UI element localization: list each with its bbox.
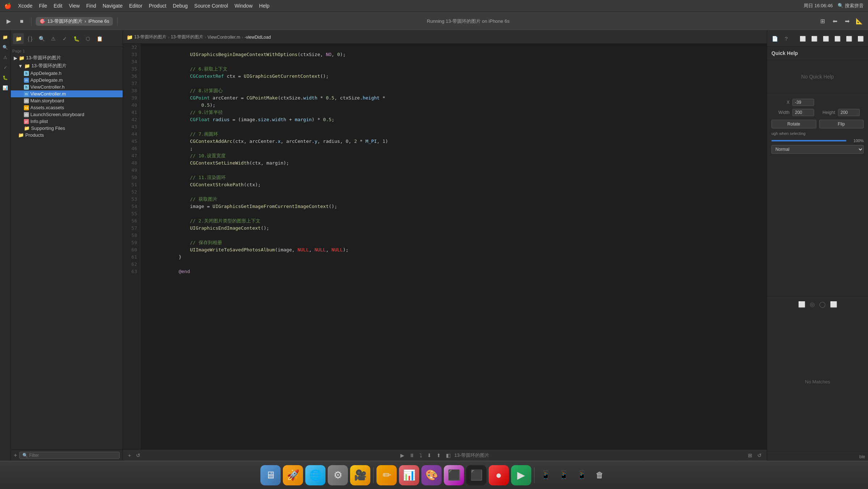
sidebar-tab-reports[interactable]: 📋 [94, 33, 105, 44]
dock-sketch[interactable]: ✏ [376, 465, 397, 485]
dock-finder[interactable]: 🖥 [260, 465, 281, 485]
dock-item-sm-4[interactable]: 🗑 [592, 467, 608, 483]
step-over-btn[interactable]: ⤵ [418, 452, 424, 459]
rotate-btn[interactable]: Rotate [771, 120, 816, 128]
toolbar-layout-btn[interactable]: ⊞ [817, 16, 827, 26]
dock-app2[interactable]: ⬛ [444, 465, 464, 485]
right-inspector-5[interactable]: ⬜ [843, 33, 854, 44]
nav-icon-folder[interactable]: 📁 [1, 33, 10, 42]
sidebar-tab-symbols[interactable]: { } [25, 33, 35, 44]
flip-btn[interactable]: Flip [819, 120, 864, 128]
menu-window[interactable]: Window [234, 3, 252, 9]
tree-item-appdelegate-h[interactable]: h AppDelegate.h [11, 70, 123, 77]
menu-find[interactable]: Find [86, 3, 96, 9]
tree-item-assets[interactable]: xa Assets.xcassets [11, 104, 123, 111]
sidebar-filter-input[interactable] [19, 452, 120, 459]
refresh-editor-btn[interactable]: ↺ [756, 452, 763, 459]
right-inspector-4[interactable]: ⬜ [832, 33, 843, 44]
right-inspector-1[interactable]: ⬜ [797, 33, 808, 44]
right-inspector-3[interactable]: ⬜ [820, 33, 831, 44]
tree-item-products[interactable]: 📁 Products [11, 132, 123, 139]
view-memory-btn[interactable]: ◧ [444, 452, 452, 459]
breadcrumb-file[interactable]: ViewController.m [208, 35, 240, 40]
add-file-btn[interactable]: + [127, 452, 132, 459]
dock-app4[interactable]: ▶ [511, 465, 531, 485]
apple-menu[interactable]: 🍎 [4, 3, 12, 9]
tree-item-appdelegate-m[interactable]: m AppDelegate.m [11, 77, 123, 84]
tree-item-launchscreen[interactable]: sb LaunchScreen.storyboard [11, 111, 123, 118]
sidebar-tab-find[interactable]: 🔍 [36, 33, 47, 44]
dock-app1[interactable]: 🎨 [421, 465, 442, 485]
dock-keynote[interactable]: 📊 [399, 465, 419, 485]
nav-icon-debug[interactable]: 🐛 [1, 73, 10, 82]
right-tab-file[interactable]: 📄 [769, 33, 780, 44]
tree-item-supporting[interactable]: 📁 Supporting Files [11, 125, 123, 132]
breadcrumb-group[interactable]: 13-带圆环的图片 [171, 34, 203, 40]
pause-btn[interactable]: ⏸ [408, 452, 416, 459]
tree-item-viewcontroller-h[interactable]: h ViewController.h [11, 84, 123, 90]
sidebar-tab-debug[interactable]: 🐛 [71, 33, 82, 44]
dock-preferences[interactable]: ⚙ [328, 465, 348, 485]
nav-icon-search[interactable]: 🔍 [1, 43, 10, 52]
toolbar-inspector-toggle[interactable]: 📐 [854, 16, 864, 26]
dock-launchpad[interactable]: 🚀 [283, 465, 303, 485]
menu-navigate[interactable]: Navigate [103, 3, 123, 9]
rb-icon-3[interactable]: ◯ [819, 301, 826, 308]
dock-item-sm-1[interactable]: 📱 [537, 467, 553, 483]
toolbar-fwd-btn[interactable]: ➡ [842, 16, 852, 26]
menu-view[interactable]: View [69, 3, 80, 9]
normal-dropdown[interactable]: Normal [771, 145, 864, 154]
step-out-btn[interactable]: ⬆ [435, 452, 442, 459]
menubar-search[interactable]: 🔍 搜索拼音 [838, 3, 864, 9]
code-view[interactable]: 3233343536 3738394041 4243444546 4748495… [123, 44, 767, 449]
breadcrumb-method[interactable]: -viewDidLoad [244, 35, 271, 40]
dock-app3[interactable]: ● [489, 465, 509, 485]
nav-icon-warning[interactable]: ⚠ [1, 53, 10, 62]
layout-toggle-btn[interactable]: ⊞ [746, 452, 754, 459]
dock-item-sm-3[interactable]: 📱 [574, 467, 590, 483]
toolbar-run-btn[interactable]: ▶ [4, 16, 14, 26]
dock-item-sm-2[interactable]: 📱 [556, 467, 571, 483]
menu-editor[interactable]: Editor [129, 3, 142, 9]
breadcrumb-project[interactable]: 13-带圆环的图片 [134, 34, 166, 40]
menu-edit[interactable]: Edit [54, 3, 62, 9]
menu-xcode[interactable]: Xcode [18, 3, 33, 9]
sidebar-add-btn[interactable]: + [14, 452, 17, 459]
nav-icon-test[interactable]: ✓ [1, 63, 10, 72]
right-inspector-2[interactable]: ⬜ [809, 33, 820, 44]
toolbar-scheme[interactable]: 🎯 13-带圆环的图片 › iPhone 6s [36, 17, 113, 26]
rb-icon-2[interactable]: ◎ [810, 301, 815, 308]
tree-item-info-plist[interactable]: pl Info.plist [11, 118, 123, 125]
refresh-btn[interactable]: ↺ [135, 452, 142, 459]
dock-safari[interactable]: 🌐 [305, 465, 326, 485]
tree-item-main-storyboard[interactable]: sb Main.storyboard [11, 97, 123, 104]
toolbar-back-btn[interactable]: ⬅ [830, 16, 840, 26]
width-input[interactable] [792, 109, 814, 116]
dock-camera[interactable]: 🎥 [350, 465, 370, 485]
tree-item-viewcontroller-m[interactable]: m ViewController.m [11, 90, 123, 97]
right-inspector-6[interactable]: ⬜ [855, 33, 866, 44]
code-content[interactable]: UIGraphicsBeginImageContextWithOptions(c… [140, 44, 767, 449]
x-input[interactable] [792, 99, 814, 106]
menu-product[interactable]: Product [149, 3, 166, 9]
height-input[interactable] [838, 109, 860, 116]
rb-icon-4[interactable]: ⬜ [830, 301, 837, 308]
step-into-btn[interactable]: ⬇ [426, 452, 433, 459]
menu-file[interactable]: File [39, 3, 47, 9]
debug-btn[interactable]: ▶ [399, 452, 406, 459]
rb-icon-1[interactable]: ⬜ [798, 301, 805, 308]
menu-debug[interactable]: Debug [173, 3, 188, 9]
menu-help[interactable]: Help [259, 3, 269, 9]
nav-icon-report[interactable]: 📊 [1, 84, 10, 92]
tree-item-group[interactable]: ▼ 📁 13-带圆环的图片 [11, 62, 123, 70]
sidebar-tab-files[interactable]: 📁 [13, 33, 24, 44]
menu-source-control[interactable]: Source Control [194, 3, 228, 9]
opacity-slider[interactable] [771, 140, 846, 141]
toolbar-stop-btn[interactable]: ■ [17, 16, 27, 26]
sidebar-tab-issues[interactable]: ⚠ [48, 33, 59, 44]
sidebar-tab-tests[interactable]: ✓ [59, 33, 70, 44]
right-tab-quick-help[interactable]: ? [781, 33, 792, 44]
sidebar-tab-breakpoints[interactable]: ⬡ [82, 33, 93, 44]
tree-item-root[interactable]: ▶ 📁 13-带圆环的图片 [11, 54, 123, 62]
dock-terminal[interactable]: ⬛ [466, 465, 486, 485]
